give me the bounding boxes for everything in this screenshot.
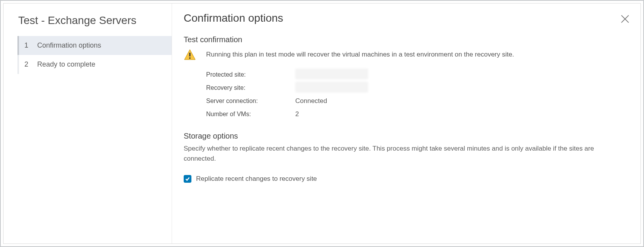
wizard-step-confirmation-options[interactable]: 1 Confirmation options [17, 36, 172, 55]
replicate-checkbox[interactable] [184, 175, 191, 183]
wizard-dialog: Test - Exchange Servers 1 Confirmation o… [0, 0, 644, 247]
close-button[interactable] [620, 14, 630, 24]
protected-site-label: Protected site: [206, 71, 295, 78]
step-label: Confirmation options [37, 41, 101, 49]
detail-row-server-connection: Server connection: Connected [206, 94, 629, 108]
wizard-step-list: 1 Confirmation options 2 Ready to comple… [17, 36, 172, 74]
checkmark-icon [185, 176, 190, 182]
detail-row-number-of-vms: Number of VMs: 2 [206, 108, 629, 121]
redacted-value [295, 69, 368, 79]
warning-icon [184, 49, 196, 61]
protected-site-value [295, 69, 368, 81]
step-number: 1 [24, 41, 31, 50]
server-connection-label: Server connection: [206, 98, 295, 105]
storage-options-section: Storage options Specify whether to repli… [184, 132, 629, 183]
wizard-sidebar: Test - Exchange Servers 1 Confirmation o… [3, 3, 172, 244]
wizard-title: Test - Exchange Servers [3, 10, 172, 36]
svg-rect-3 [189, 53, 190, 57]
storage-options-heading: Storage options [184, 132, 629, 141]
step-label: Ready to complete [37, 60, 95, 68]
warning-text: Running this plan in test mode will reco… [206, 49, 514, 59]
replicate-checkbox-row: Replicate recent changes to recovery sit… [184, 175, 629, 183]
wizard-main-panel: Confirmation options Test confirmation R… [172, 3, 641, 244]
redacted-value [295, 82, 368, 93]
warning-row: Running this plan in test mode will reco… [184, 49, 629, 61]
recovery-site-label: Recovery site: [206, 84, 295, 91]
server-connection-value: Connected [295, 97, 327, 105]
number-of-vms-value: 2 [295, 110, 299, 118]
storage-options-description: Specify whether to replicate recent chan… [184, 144, 594, 164]
details-table: Protected site: Recovery site: Server co… [206, 68, 629, 121]
svg-point-4 [189, 57, 191, 59]
detail-row-recovery-site: Recovery site: [206, 81, 629, 94]
replicate-checkbox-label: Replicate recent changes to recovery sit… [196, 175, 317, 183]
number-of-vms-label: Number of VMs: [206, 111, 295, 118]
test-confirmation-heading: Test confirmation [184, 35, 629, 44]
wizard-step-ready-to-complete[interactable]: 2 Ready to complete [19, 55, 172, 74]
page-title: Confirmation options [184, 12, 629, 24]
close-icon [620, 14, 630, 24]
detail-row-protected-site: Protected site: [206, 68, 629, 81]
recovery-site-value [295, 82, 368, 94]
step-number: 2 [24, 60, 31, 69]
dialog-inner: Test - Exchange Servers 1 Confirmation o… [3, 3, 641, 244]
